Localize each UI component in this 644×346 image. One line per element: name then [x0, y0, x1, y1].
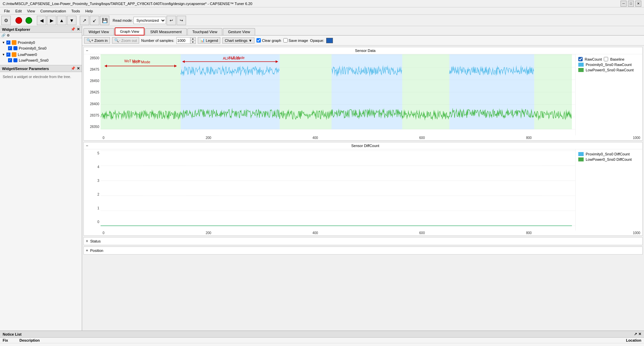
cb-proximity0[interactable]	[6, 41, 10, 45]
sensor-data-body: 28500 28475 28450 28425 28400 28375 2835…	[84, 54, 642, 135]
pin-icon[interactable]: 📌	[71, 27, 75, 31]
legend-proximity-label: Proximity0_Sns0 RawCount	[586, 63, 632, 67]
save-image-checkbox[interactable]: Save image	[283, 38, 308, 43]
menu-communication[interactable]: Communication	[38, 8, 68, 14]
notice-pin-icon[interactable]: ✕	[638, 332, 641, 336]
menu-help[interactable]: Help	[82, 8, 96, 14]
sensor-data-header: − Sensor Data	[84, 47, 642, 54]
stop-button[interactable]	[15, 17, 22, 24]
tab-widget-view[interactable]: Widget View	[83, 28, 114, 35]
sensor-diffcount-legend: Proximity0_Sns0 DiffCount LowPower0_Sns0…	[575, 149, 642, 230]
up-button[interactable]: ▲	[57, 16, 66, 25]
menu-edit[interactable]: Edit	[13, 8, 24, 14]
tab-bar: Widget View Graph View SNR Measurement T…	[82, 26, 644, 36]
read-mode-select[interactable]: Synchronized Free Running	[133, 17, 166, 24]
status-panel-header[interactable]: + Status	[84, 237, 642, 245]
notice-float-icon[interactable]: ↗	[634, 332, 637, 336]
chart-settings-button[interactable]: Chart settings ▼	[222, 38, 254, 44]
wsp-content: Select a widget or electrode from the tr…	[0, 72, 82, 81]
tree-item-lowpower0-sns0[interactable]: LowPower0_Sns0	[1, 58, 80, 63]
num-samples-arrows: ▲ ▼	[190, 38, 195, 44]
tree-group-header-proximity0[interactable]: ▼ Proximity0	[1, 40, 80, 46]
read-mode-label: Read mode:	[113, 18, 133, 22]
legend-proximity-color	[578, 63, 584, 67]
wsp-close-icon[interactable]: ✕	[77, 66, 80, 71]
tree-group-proximity0: ▼ Proximity0 Proximity0_Sns0	[1, 40, 80, 51]
graph-toolbar: 🔍+ Zoom in 🔍- Zoom out Number of samples…	[82, 36, 644, 46]
legend-proximity-diff-color	[578, 152, 584, 156]
wsp-pin-icon[interactable]: 📌	[71, 66, 75, 71]
menu-view[interactable]: View	[24, 8, 38, 14]
charts-container: − Sensor Data 28500 28475 28450 28425 28…	[82, 46, 644, 331]
notice-body	[0, 343, 644, 346]
legend-icon: 📊	[200, 38, 205, 43]
redo-button[interactable]: ↪	[177, 16, 186, 25]
notice-col-fix: Fix	[3, 338, 19, 342]
settings-button[interactable]: ⚙	[1, 16, 11, 25]
tab-touchpad-view[interactable]: Touchpad View	[187, 28, 222, 35]
export-button[interactable]: ↗	[80, 16, 89, 25]
left-panel: Widget Explorer 📌 ✕ 🔗 ⚙ ▼ Prox	[0, 26, 82, 331]
tab-gesture-view[interactable]: Gesture View	[223, 28, 255, 35]
notice-list: Notice List ↗ ✕ Fix Description Location	[0, 331, 644, 346]
tab-graph-view[interactable]: Graph View	[115, 27, 144, 36]
widget-icon-2[interactable]: ⚙	[7, 33, 10, 37]
run-button[interactable]	[25, 17, 32, 24]
legend-proximity-diff-row: Proximity0_Sns0 DiffCount	[578, 152, 640, 156]
legend-baseline-cb[interactable]	[604, 57, 608, 61]
opaque-color-box[interactable]	[326, 38, 333, 43]
zoom-out-button[interactable]: 🔍- Zoom out	[112, 37, 139, 44]
legend-lowpower-color	[578, 68, 584, 72]
notice-col-location: Location	[608, 338, 641, 342]
close-icon[interactable]: ✕	[77, 27, 80, 31]
close-button[interactable]: ✕	[635, 1, 641, 7]
status-panel: + Status	[83, 237, 643, 245]
sensor-data-x-axis: 0 200 400 600 800 1000	[84, 135, 642, 140]
sensor-data-collapse[interactable]: −	[86, 48, 88, 53]
num-up-arrow[interactable]: ▲	[190, 38, 195, 41]
undo-button[interactable]: ↩	[167, 16, 176, 25]
icon-lowpower0	[12, 52, 16, 57]
menu-file[interactable]: File	[1, 8, 13, 14]
position-panel-header[interactable]: + Position	[84, 247, 642, 254]
menu-tools[interactable]: Tools	[69, 8, 83, 14]
legend-rawcount-cb[interactable]	[578, 57, 583, 61]
cb-lowpower0-sns0[interactable]	[8, 58, 12, 62]
import-button[interactable]: ↙	[90, 16, 99, 25]
sensor-data-legend: RawCount Baseline Proximity0_Sns0 RawCou…	[575, 54, 642, 135]
label-lowpower0: LowPower0	[18, 53, 37, 57]
widget-explorer-icons: 📌 ✕	[71, 27, 80, 31]
save-button[interactable]: 💾	[100, 16, 109, 25]
zoom-in-button[interactable]: 🔍+ Zoom in	[84, 37, 110, 44]
tree-group-header-lowpower0[interactable]: ▼ LowPower0	[1, 52, 80, 58]
maximize-button[interactable]: □	[628, 1, 634, 7]
legend-proximity-diff-label: Proximity0_Sns0 DiffCount	[586, 152, 630, 156]
legend-button[interactable]: 📊 Legend	[198, 37, 221, 44]
sensor-diffcount-y-axis: 5 4 3 2 1 0	[84, 149, 101, 230]
label-proximity0: Proximity0	[18, 41, 35, 45]
opaque-label: Opaque:	[310, 39, 324, 43]
cb-proximity0-sns0[interactable]	[8, 46, 12, 50]
status-expand-icon: +	[86, 239, 88, 244]
forward-button[interactable]: ▶	[47, 16, 56, 25]
num-down-arrow[interactable]: ▼	[190, 41, 195, 44]
down-button[interactable]: ▼	[67, 16, 76, 25]
tab-snr-measurement[interactable]: SNR Measurement	[145, 28, 187, 35]
sensor-diffcount-header: − Sensor DiffCount	[84, 142, 642, 149]
sensor-diffcount-panel: − Sensor DiffCount 5 4 3 2 1 0	[83, 142, 643, 236]
notice-col-desc: Description	[19, 338, 608, 342]
widget-icon-1[interactable]: 🔗	[1, 33, 5, 37]
cb-lowpower0[interactable]	[6, 53, 10, 57]
minimize-button[interactable]: ─	[621, 1, 627, 7]
num-samples-input-wrap: ▲ ▼	[176, 37, 196, 44]
sensor-diffcount-title: Sensor DiffCount	[90, 144, 640, 148]
tree-item-proximity0-sns0[interactable]: Proximity0_Sns0	[1, 46, 80, 51]
sensor-data-canvas	[101, 54, 575, 135]
arrow-lowpower0: ▼	[2, 53, 5, 56]
sensor-diffcount-collapse[interactable]: −	[86, 143, 88, 148]
position-panel-title: Position	[90, 249, 103, 253]
num-samples-input[interactable]	[177, 38, 190, 44]
legend-rawcount-label: RawCount	[585, 57, 602, 61]
clear-graph-checkbox[interactable]: Clear graph	[256, 38, 281, 43]
back-button[interactable]: ◀	[37, 16, 46, 25]
